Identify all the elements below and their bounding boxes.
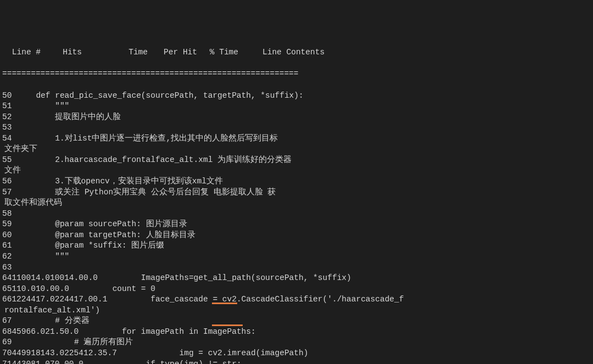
line-number: 63 [2,263,12,272]
line-number: 70 [2,349,12,357]
hits-value: 1 [12,295,16,304]
code-row: 70449918143.0225412.35.7 img = cv2.imrea… [2,348,593,359]
code-row: 50def read_pic_save_face(sourcePath, tar… [2,91,593,102]
line-number: 71 [2,360,12,364]
code-row: 64110014.010014.00.0 ImagePaths=get_all_… [2,273,593,284]
code-content [12,263,36,272]
code-wrap-continuation: 取文件和源代码 [2,198,593,209]
code-content: 提取图片中的人脸 [12,113,121,121]
code-row: 58 [2,209,593,220]
line-number: 68 [2,327,12,336]
line-number: 52 [2,113,12,121]
code-content: for imagePath in ImagePaths: [79,327,255,336]
line-number: 65 [2,284,12,293]
profiler-body: 50def read_pic_save_face(sourcePath, tar… [2,91,593,365]
code-row: 67 # 分类器 [2,316,593,327]
code-row: 62 """ [2,251,593,262]
code-row: 61 @param *suffix: 图片后缀 [2,240,593,251]
pct-value: 0.0 [69,360,83,364]
line-number: 64 [2,273,12,282]
code-wrap-continuation: 文件夹下 [2,144,593,155]
code-content: 1.对list中图片逐一进行检查,找出其中的人脸然后写到目标 [12,134,278,143]
code-content: 或关注 Python实用宝典 公众号后台回复 电影提取人脸 获 [12,188,276,197]
code-content: face_cascade = cv2.CascadeClassifier('./… [107,295,404,304]
code-row: 53 [2,122,593,133]
code-row: 6845966.021.50.0 for imagePath in ImageP… [2,327,593,338]
line-number: 61 [2,241,12,250]
code-content: # 分类器 [12,316,89,325]
code-content: img = cv2.imread(imagePath) [117,349,309,357]
header-divider: ========================================… [2,69,593,80]
code-row: 63 [2,262,593,273]
time-value: 10.0 [16,284,36,293]
perhit-value: 10.0 [36,284,55,293]
col-contents: Line Contents [238,47,325,58]
perhit-value: 21.5 [45,327,64,336]
code-row: 56 3.下载opencv，安装目录中可找到该xml文件 [2,176,593,187]
line-number: 66 [2,295,12,304]
time-value: 224417.0 [16,295,55,304]
col-line: Line # [2,47,41,58]
perhit-value: 70.0 [50,360,69,364]
line-number: 51 [2,102,12,110]
code-content: @param *suffix: 图片后缀 [12,241,164,250]
code-content [12,209,36,218]
time-value: 10014.0 [16,273,50,282]
line-number: 60 [2,231,12,239]
code-wrap-continuation: rontalface_alt.xml') [2,305,593,316]
col-pct: % Time [197,47,238,58]
code-content: """ [12,102,69,110]
time-value: 3081.0 [21,360,50,364]
code-content: @param targetPath: 人脸目标目录 [12,231,195,239]
code-content [12,123,36,132]
code-content: count = 0 [69,284,155,293]
line-number: 53 [2,123,12,132]
code-content: def read_pic_save_face(sourcePath, targe… [12,91,303,100]
perhit-value: 225412.3 [64,349,103,357]
code-row: 55 2.haarcascade_frontalface_alt.xml 为库训… [2,155,593,166]
hits-value: 1 [12,273,16,282]
code-content: 3.下载opencv，安装目录中可找到该xml文件 [12,177,223,186]
perhit-value: 224417.0 [55,295,93,304]
pct-value: 0.0 [64,327,79,336]
hits-value: 1 [12,284,16,293]
code-content: """ [12,252,69,261]
code-row: 65110.010.00.0 count = 0 [2,284,593,295]
code-content: ImagePaths=get_all_path(sourcePath, *suf… [98,273,351,282]
pct-value: 0.0 [83,273,98,282]
pct-value: 0.1 [93,295,107,304]
time-value: 9918143.0 [21,349,64,357]
line-number: 56 [2,177,12,186]
line-number: 58 [2,209,12,218]
line-number: 67 [2,316,12,325]
code-content: @param sourcePath: 图片源目录 [12,220,187,228]
code-row: 54 1.对list中图片逐一进行检查,找出其中的人脸然后写到目标 [2,133,593,144]
highlight-annotation [212,303,237,304]
line-number: 62 [2,252,12,261]
hits-value: 45 [12,327,21,336]
code-row: 59 @param sourcePath: 图片源目录 [2,219,593,230]
code-content: 2.haarcascade_frontalface_alt.xml 为库训练好的… [12,155,292,164]
col-hits: Hits [41,47,82,58]
time-value: 966.0 [21,327,46,336]
code-row: 661224417.0224417.00.1 face_cascade = cv… [2,294,593,305]
line-number: 57 [2,188,12,197]
pct-value: 0.0 [55,284,69,293]
code-content: if type(img) != str: [83,360,242,364]
code-row: 60 @param targetPath: 人脸目标目录 [2,230,593,241]
col-time: Time [82,47,148,58]
line-number: 54 [2,134,12,143]
pct-value: 5.7 [103,349,117,357]
line-number: 50 [2,91,12,100]
code-row: 52 提取图片中的人脸 [2,112,593,123]
line-number: 69 [2,338,12,346]
code-row: 57 或关注 Python实用宝典 公众号后台回复 电影提取人脸 获 [2,187,593,198]
code-content: # 遍历所有图片 [12,338,133,346]
perhit-value: 10014.0 [50,273,83,282]
hits-value: 44 [12,349,21,357]
code-row: 69 # 遍历所有图片 [2,337,593,348]
line-number: 59 [2,220,12,228]
code-wrap-continuation: 文件 [2,165,593,176]
code-row: 51 """ [2,101,593,112]
code-row: 71443081.070.00.0 if type(img) != str: [2,359,593,364]
